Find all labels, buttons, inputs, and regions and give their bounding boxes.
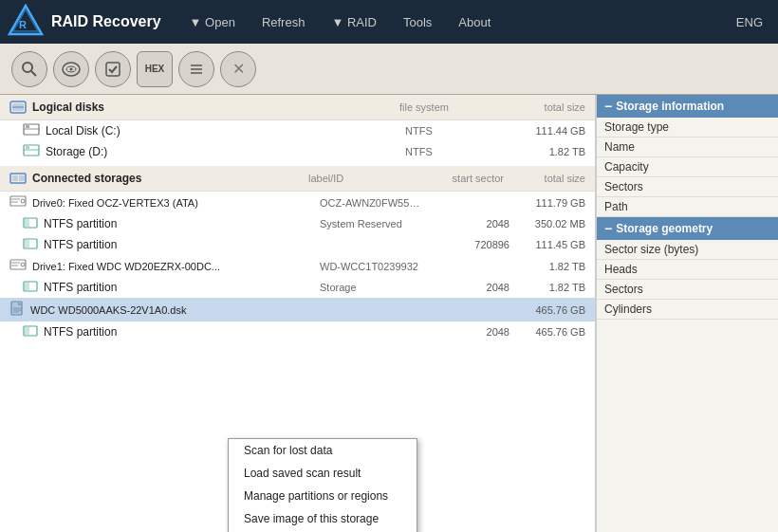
connected-storages-header: Connected storages label/ID start sector… xyxy=(0,166,595,192)
svg-point-25 xyxy=(21,199,25,203)
left-panel: Logical disks file system total size Loc… xyxy=(0,95,596,532)
info-row-capacity[interactable]: Capacity xyxy=(597,157,778,177)
ctx-save-image[interactable]: Save image of this storage xyxy=(229,507,417,530)
list-item[interactable]: NTFS partition 720896 111.45 GB xyxy=(0,234,595,255)
svg-rect-26 xyxy=(11,198,20,200)
svg-rect-23 xyxy=(19,175,25,181)
storage-geometry-header: − Storage geometry xyxy=(597,217,778,240)
drive-icon xyxy=(9,258,27,274)
menu-tools[interactable]: Tools xyxy=(390,0,445,44)
disk-file-icon xyxy=(9,301,25,319)
svg-rect-31 xyxy=(25,240,29,248)
list-item[interactable]: Drive0: Fixed OCZ-VERTEX3 (ATA) OCZ-AWNZ… xyxy=(0,192,595,213)
svg-rect-29 xyxy=(25,219,29,227)
search-button[interactable] xyxy=(11,51,47,87)
menubar: R RAID Recovery ▼ Open Refresh ▼ RAID To… xyxy=(0,0,778,44)
svg-rect-44 xyxy=(25,327,29,335)
info-row-storage-type[interactable]: Storage type xyxy=(597,118,778,138)
ctx-manage-parts[interactable]: Manage partitions or regions xyxy=(229,485,417,507)
svg-rect-37 xyxy=(25,283,29,290)
hdd-button[interactable] xyxy=(53,51,89,87)
menu-refresh[interactable]: Refresh xyxy=(249,0,319,44)
info-row-cylinders[interactable]: Cylinders xyxy=(597,300,778,320)
svg-rect-20 xyxy=(26,146,29,149)
list-item[interactable]: NTFS partition System Reserved 2048 350.… xyxy=(0,213,595,234)
ctx-scan-lost[interactable]: Scan for lost data xyxy=(229,439,417,462)
app-logo-icon: R xyxy=(8,4,44,40)
partition-icon xyxy=(23,324,38,339)
svg-rect-17 xyxy=(26,125,29,128)
toolbar: HEX ✕ xyxy=(0,44,778,95)
svg-point-3 xyxy=(23,63,32,72)
app-title: RAID Recovery xyxy=(51,13,161,30)
svg-point-7 xyxy=(70,67,73,70)
info-row-name[interactable]: Name xyxy=(597,138,778,157)
list-item[interactable]: Storage (D:) NTFS 1.82 TB xyxy=(0,141,595,162)
disk-icon xyxy=(23,123,40,138)
main-area: Logical disks file system total size Loc… xyxy=(0,95,778,532)
scan-button[interactable] xyxy=(95,51,131,87)
menu-about[interactable]: About xyxy=(445,0,504,44)
info-row-sectors[interactable]: Sectors xyxy=(597,177,778,197)
logical-disks-header: Logical disks file system total size xyxy=(0,95,595,120)
menu-open[interactable]: ▼ Open xyxy=(176,0,249,44)
connected-storages-icon xyxy=(9,172,27,185)
right-panel: − Storage information Storage type Name … xyxy=(596,95,778,532)
list-item[interactable]: NTFS partition Storage 2048 1.82 TB xyxy=(0,277,595,298)
svg-point-33 xyxy=(21,263,25,266)
list-item[interactable]: Drive1: Fixed WDC WD20EZRX-00DC... WD-WC… xyxy=(0,255,595,277)
svg-rect-27 xyxy=(11,201,18,203)
svg-rect-35 xyxy=(11,265,18,266)
info-row-sector-size[interactable]: Sector size (bytes) xyxy=(597,240,778,260)
info-row-path[interactable]: Path xyxy=(597,197,778,217)
info-row-heads[interactable]: Heads xyxy=(597,260,778,280)
storage-info-header: − Storage information xyxy=(597,95,778,118)
svg-rect-8 xyxy=(106,63,120,76)
info-row-geom-sectors[interactable]: Sectors xyxy=(597,280,778,300)
svg-text:R: R xyxy=(19,19,27,30)
selected-disk-entry[interactable]: WDC WD5000AAKS-22V1A0.dsk 465.76 GB xyxy=(0,298,595,321)
hex-button[interactable]: HEX xyxy=(137,51,173,87)
list-item[interactable]: NTFS partition 2048 465.76 GB xyxy=(0,321,595,342)
svg-rect-34 xyxy=(11,262,20,264)
svg-rect-22 xyxy=(12,175,18,181)
close-button[interactable]: ✕ xyxy=(220,51,256,87)
list-button[interactable] xyxy=(178,51,214,87)
drive-icon xyxy=(9,194,27,211)
partition-icon xyxy=(23,216,38,231)
list-item[interactable]: Local Disk (C:) NTFS 111.44 GB xyxy=(0,120,595,141)
partition-icon xyxy=(23,237,38,252)
logical-disks-icon xyxy=(9,101,27,114)
svg-line-4 xyxy=(31,71,36,76)
disk-icon xyxy=(23,144,40,159)
logo-area: R RAID Recovery xyxy=(8,4,161,40)
context-menu: Scan for lost data Load saved scan resul… xyxy=(228,438,417,532)
language-selector[interactable]: ENG xyxy=(729,15,770,29)
ctx-load-scan[interactable]: Load saved scan result xyxy=(229,462,417,485)
partition-icon xyxy=(23,280,38,295)
menu-raid[interactable]: ▼ RAID xyxy=(318,0,390,44)
